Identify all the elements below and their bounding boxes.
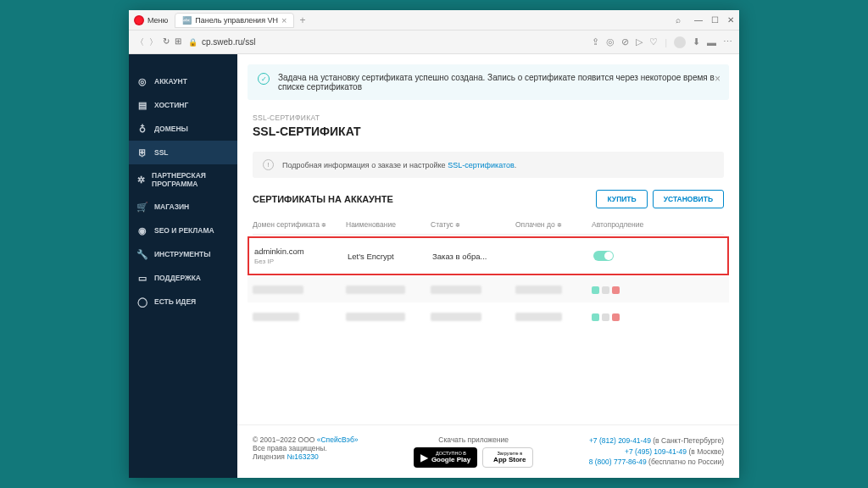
download-icon[interactable]: ⬇: [693, 36, 700, 47]
sidebar-item-tools[interactable]: 🔧ИНСТРУМЕНТЫ: [129, 242, 237, 266]
sidebar-item-account[interactable]: ◎АККАУНТ: [129, 69, 237, 93]
footer-legal: © 2001–2022 ООО «СпейсВэб» Все права защ…: [253, 435, 359, 468]
no-ip-label: Без IP: [254, 258, 348, 265]
heart-icon[interactable]: ♡: [649, 36, 658, 47]
autorenew-toggle[interactable]: [593, 251, 614, 261]
col-auto[interactable]: Автопродление: [592, 220, 668, 229]
maximize-icon[interactable]: ☐: [711, 15, 719, 25]
bulb-icon: ◯: [137, 297, 147, 307]
info-icon: !: [263, 159, 274, 170]
google-play-button[interactable]: ▶ ДОСТУПНО ВGoogle Play: [414, 447, 477, 468]
app-store-button[interactable]: Загрузите вApp Store: [482, 447, 533, 468]
phone-link[interactable]: 8 (800) 777-86-49: [589, 458, 647, 466]
forward-button[interactable]: 〉: [149, 36, 158, 48]
minimize-icon[interactable]: —: [694, 15, 703, 25]
info-link[interactable]: SSL-сертификатов: [448, 161, 515, 169]
browser-window: Меню 🔤 Панель управления VH × + ⌕ — ☐ ✕ …: [129, 10, 739, 478]
app-content: ◎АККАУНТ ▤ХОСТИНГ ♁ДОМЕНЫ ⛨SSL ✲ПАРТНЕРС…: [129, 54, 739, 478]
license-link[interactable]: №163230: [287, 452, 318, 461]
domain-name: adminkin.com: [254, 247, 348, 256]
shield-icon: ⛨: [137, 147, 147, 158]
table-title: СЕРТИФИКАТЫ НА АККАУНТЕ: [253, 194, 393, 204]
buy-button[interactable]: КУПИТЬ: [596, 190, 647, 208]
search-icon[interactable]: ⌕: [676, 15, 681, 25]
phone-link[interactable]: +7 (812) 209-41-49: [589, 436, 651, 445]
sidebar-item-seo[interactable]: ◉SEO И РЕКЛАМА: [129, 219, 237, 242]
new-tab-button[interactable]: +: [299, 14, 305, 26]
sidebar-item-support[interactable]: ▭ПОДДЕРЖКА: [129, 266, 237, 290]
wrench-icon: 🔧: [137, 249, 147, 259]
sidebar: ◎АККАУНТ ▤ХОСТИНГ ♁ДОМЕНЫ ⛨SSL ✲ПАРТНЕРС…: [129, 54, 237, 478]
col-paid[interactable]: Оплачен до≑: [515, 220, 592, 229]
chat-icon: ▭: [137, 273, 147, 283]
play-icon[interactable]: ▷: [636, 36, 643, 47]
cert-name: Let's Encrypt: [348, 252, 432, 261]
target-icon: ◉: [137, 225, 147, 236]
opera-logo-icon: [134, 15, 144, 25]
browser-tab[interactable]: 🔤 Панель управления VH ×: [175, 13, 294, 28]
page-title: SSL-СЕРТИФИКАТ: [253, 125, 724, 138]
close-tab-icon[interactable]: ×: [281, 15, 287, 25]
more-icon[interactable]: ⋯: [723, 36, 732, 47]
block-icon[interactable]: ⊘: [621, 36, 629, 47]
url-text[interactable]: cp.sweb.ru/ssl: [202, 37, 255, 47]
cart-icon: 🛒: [137, 202, 147, 212]
alert-close-icon[interactable]: ×: [715, 73, 721, 85]
table-header: Домен сертификата≑ Наименование Статус≑ …: [253, 215, 724, 235]
sidebar-item-ssl[interactable]: ⛨SSL: [129, 141, 237, 164]
battery-icon[interactable]: ▬: [707, 37, 716, 47]
speed-dial-button[interactable]: ⊞: [175, 36, 181, 48]
menu-button[interactable]: Меню: [147, 16, 168, 25]
check-icon: ✓: [258, 73, 270, 85]
table-row[interactable]: adminkin.com Без IP Let's Encrypt Заказ …: [248, 236, 729, 275]
sidebar-item-partner[interactable]: ✲ПАРТНЕРСКАЯ ПРОГРАММА: [129, 164, 237, 195]
table-row: [248, 277, 729, 302]
sidebar-item-idea[interactable]: ◯ЕСТЬ ИДЕЯ: [129, 290, 237, 313]
server-icon: ▤: [137, 100, 147, 110]
alert-text: Задача на установку сертификата успешно …: [278, 73, 719, 92]
sidebar-item-hosting[interactable]: ▤ХОСТИНГ: [129, 93, 237, 117]
footer-contacts: +7 (812) 209-41-49 (в Санкт-Петербурге) …: [589, 435, 724, 468]
company-link[interactable]: «СпейсВэб»: [317, 435, 359, 444]
download-label: Скачать приложение: [414, 435, 533, 444]
lock-icon: 🔒: [188, 38, 198, 47]
info-box: ! Подробная информация о заказе и настро…: [253, 152, 724, 178]
table-row: [248, 304, 729, 330]
col-domain[interactable]: Домен сертификата≑: [253, 220, 346, 229]
install-button[interactable]: УСТАНОВИТЬ: [653, 190, 724, 208]
main-content: ✓ Задача на установку сертификата успешн…: [237, 54, 739, 478]
certificates-table: Домен сертификата≑ Наименование Статус≑ …: [237, 215, 739, 331]
avatar-icon[interactable]: [674, 36, 686, 48]
col-status[interactable]: Статус≑: [431, 220, 515, 229]
success-alert: ✓ Задача на установку сертификата успешн…: [248, 64, 729, 100]
cert-status: Заказ в обра...: [432, 252, 517, 261]
back-button[interactable]: 〈: [136, 36, 144, 48]
breadcrumb: SSL-СЕРТИФИКАТ: [253, 114, 724, 122]
footer: © 2001–2022 ООО «СпейсВэб» Все права защ…: [237, 424, 739, 478]
tab-title: Панель управления VH: [195, 16, 278, 25]
sidebar-item-shop[interactable]: 🛒МАГАЗИН: [129, 195, 237, 219]
close-icon[interactable]: ✕: [727, 15, 734, 25]
globe-icon: ♁: [137, 124, 147, 134]
play-icon: ▶: [420, 452, 428, 463]
user-icon: ◎: [137, 76, 147, 86]
col-name[interactable]: Наименование: [346, 220, 431, 229]
titlebar: Меню 🔤 Панель управления VH × + ⌕ — ☐ ✕: [129, 10, 739, 30]
share-icon[interactable]: ⇪: [592, 36, 599, 47]
phone-link[interactable]: +7 (495) 109-41-49: [625, 447, 687, 456]
sidebar-item-domains[interactable]: ♁ДОМЕНЫ: [129, 117, 237, 141]
star-icon: ✲: [137, 175, 145, 185]
reload-button[interactable]: ↻: [163, 36, 170, 48]
addressbar: 〈 〉 ↻ ⊞ 🔒 cp.sweb.ru/ssl ⇪ ◎ ⊘ ▷ ♡ | ⬇ ▬…: [129, 30, 739, 54]
camera-icon[interactable]: ◎: [606, 36, 615, 47]
